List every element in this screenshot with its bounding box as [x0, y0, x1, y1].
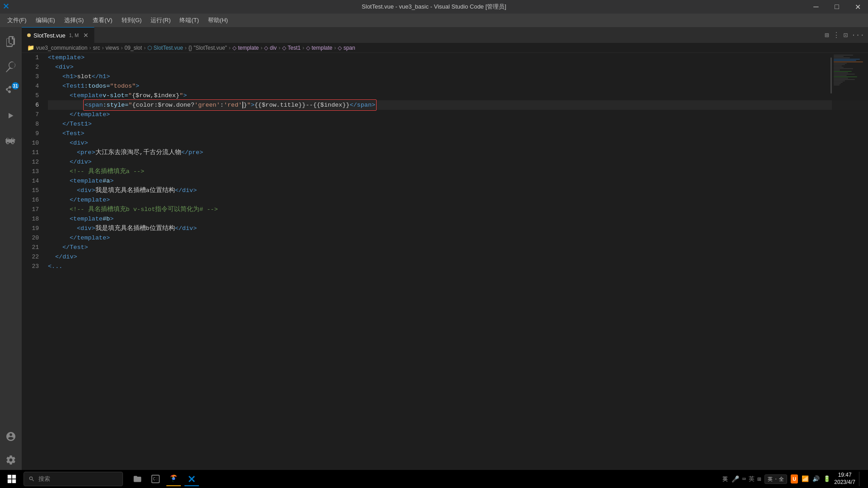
tag-template-b-gt: >: [110, 214, 113, 224]
code-line-21: </Test>: [48, 243, 868, 252]
sogou-icon-area[interactable]: 英 · 全: [764, 474, 787, 484]
layout-button[interactable]: ⊡: [844, 31, 848, 40]
taskbar-search[interactable]: 搜索: [24, 472, 123, 486]
expr-colon: :: [220, 100, 224, 110]
breadcrumb-div[interactable]: ◇ div: [264, 45, 277, 51]
menu-select[interactable]: 选择(S): [61, 14, 87, 26]
line-num-17: 17: [22, 205, 39, 214]
code-line-20: </template>: [48, 233, 868, 243]
sogou-text-1: 英: [768, 476, 773, 483]
window-title: SlotTest.vue - vue3_basic - Visual Studi…: [362, 3, 506, 11]
activity-account[interactable]: [0, 426, 22, 447]
line-num-10: 10: [22, 138, 39, 148]
breadcrumb-part-0[interactable]: vue3_communication: [36, 45, 87, 51]
breadcrumb-file[interactable]: ⬡ SlotTest.vue: [147, 45, 183, 51]
line-num-13: 13: [22, 167, 39, 176]
svg-rect-2: [8, 479, 11, 483]
ime-english[interactable]: 英: [722, 475, 728, 483]
code-line-12: </div>: [48, 157, 868, 167]
split-editor-button[interactable]: ⊞: [825, 31, 829, 40]
taskbar-files-icon[interactable]: [130, 472, 145, 486]
breadcrumb-part-5[interactable]: {} "SlotTest.vue": [189, 45, 227, 51]
clock-time: 19:47: [834, 472, 855, 479]
extra-actions-button[interactable]: ···: [851, 31, 864, 39]
breadcrumb-part-3[interactable]: 09_slot: [124, 45, 142, 51]
sogou-u: U: [793, 476, 796, 482]
activity-extensions[interactable]: [0, 130, 22, 152]
tag-div-close-22: </div>: [55, 252, 77, 262]
tray-network-icon[interactable]: 📶: [802, 475, 809, 483]
line-num-16: 16: [22, 195, 39, 205]
sogou-icon[interactable]: U: [791, 474, 798, 483]
menu-terminal[interactable]: 终端(T): [176, 14, 203, 26]
tag-test1-gt: >: [136, 81, 139, 91]
tab-close-button[interactable]: ✕: [83, 32, 89, 39]
tag-template-open: <template>: [48, 53, 85, 62]
menu-help[interactable]: 帮助(H): [204, 14, 231, 26]
val-green: 'green': [194, 100, 220, 110]
tray-lang-icon[interactable]: 英: [749, 475, 755, 483]
editor-tab-slottest[interactable]: SlotTest.vue 1, M ✕: [22, 27, 94, 43]
tag-div-open-19: <div>: [77, 224, 95, 233]
activity-settings[interactable]: [0, 449, 22, 471]
code-line-13: <!-- 具名插槽填充a -->: [48, 167, 868, 176]
tray-speaker-icon[interactable]: 🔊: [812, 475, 820, 483]
line-num-23: 23: [22, 262, 39, 271]
breadcrumb-span[interactable]: ◇ span: [338, 45, 355, 51]
tag-line23: <...: [48, 262, 62, 271]
system-clock[interactable]: 19:47 2023/4/7: [834, 472, 855, 486]
scroll-thumb[interactable]: [830, 57, 832, 94]
taskbar-chrome-icon[interactable]: [166, 472, 181, 486]
maximize-button[interactable]: □: [826, 0, 847, 14]
breadcrumb-part-1[interactable]: src: [93, 45, 100, 51]
line-num-5: 5: [22, 91, 39, 100]
breadcrumb-test1[interactable]: ◇ Test1: [282, 45, 301, 51]
menu-edit[interactable]: 编辑(E): [32, 14, 59, 26]
activity-source-control[interactable]: 31: [0, 80, 22, 101]
val-red: 'red': [224, 100, 242, 110]
menu-file[interactable]: 文件(F): [4, 14, 30, 26]
breadcrumb-sep-8: ›: [302, 45, 304, 51]
tag-div-close-15: </div>: [175, 186, 197, 195]
tray-keyboard-icon[interactable]: ⌨: [742, 475, 745, 483]
breadcrumb-sep-3: ›: [144, 45, 146, 51]
menu-view[interactable]: 查看(V): [89, 14, 116, 26]
taskbar-cmd-icon[interactable]: C:: [148, 472, 163, 486]
code-content[interactable]: <template> <div> <h1>slot</h1> <Test1 :t…: [44, 53, 868, 474]
line6-highlighted-code: <span :style="{color:$row.done?'green':'…: [83, 99, 377, 111]
taskbar-vscode-icon[interactable]: [184, 472, 199, 486]
minimap: [832, 53, 868, 474]
menu-run[interactable]: 运行(R): [147, 14, 174, 26]
tray-mic-icon[interactable]: 🎤: [731, 475, 739, 483]
comment-17: <!-- 具名插槽填充b v-slot指令可以简化为# -->: [70, 205, 218, 214]
line-num-3: 3: [22, 72, 39, 81]
breadcrumb-sep-6: ›: [260, 45, 262, 51]
text-15: 我是填充具名插槽a位置结构: [95, 186, 175, 195]
menu-goto[interactable]: 转到(G): [118, 14, 146, 26]
val-vslot: ": [128, 91, 132, 100]
breadcrumb-template-1[interactable]: ◇ template: [232, 45, 259, 51]
more-actions-button[interactable]: ⋮: [833, 31, 840, 40]
breadcrumb-template-2[interactable]: ◇ template: [306, 45, 332, 51]
taskbar-search-text: 搜索: [38, 475, 50, 483]
activity-run[interactable]: [0, 105, 22, 127]
start-button[interactable]: [4, 471, 20, 487]
activity-search[interactable]: [0, 56, 22, 78]
scroll-indicator[interactable]: [830, 53, 832, 474]
title-bar: SlotTest.vue - vue3_basic - Visual Studi…: [0, 0, 868, 14]
svg-text:C:: C:: [153, 477, 158, 482]
tag-template-vslot: <template: [70, 91, 103, 100]
tray-ime-icon[interactable]: ⊞: [757, 475, 761, 483]
activity-explorer[interactable]: [0, 31, 22, 52]
minimize-button[interactable]: ─: [806, 0, 826, 14]
show-desktop-button[interactable]: [859, 472, 861, 486]
text-19: 我是填充具名插槽b位置结构: [95, 224, 175, 233]
line-num-8: 8: [22, 119, 39, 129]
tag-div-open-15: <div>: [77, 186, 95, 195]
close-button[interactable]: ✕: [847, 0, 868, 14]
expr-vslot: {$row,$index}: [132, 91, 179, 100]
tray-battery-icon[interactable]: 🔋: [823, 475, 830, 483]
breadcrumb-part-2[interactable]: views: [105, 45, 119, 51]
text-slot: slot: [77, 72, 91, 81]
line-num-14: 14: [22, 176, 39, 186]
